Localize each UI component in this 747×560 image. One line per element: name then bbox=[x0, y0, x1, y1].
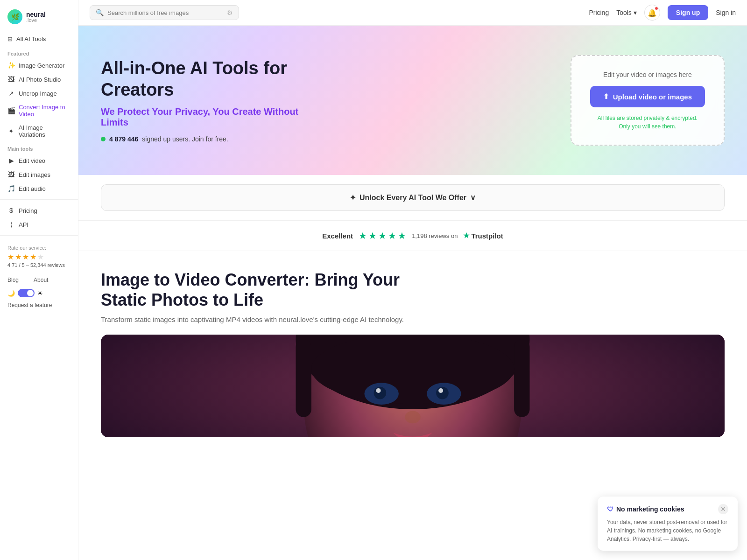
cookie-header: 🛡 No marketing cookies × bbox=[607, 504, 728, 514]
tp-star-5: ★ bbox=[398, 230, 406, 241]
sparkles-icon: ✦ bbox=[350, 193, 356, 202]
stars: ★ ★ ★ ★ ★ bbox=[7, 252, 70, 261]
sidebar-item-edit-video[interactable]: ▶ Edit video bbox=[0, 154, 78, 168]
upload-btn-label: Upload video or images bbox=[613, 93, 692, 101]
toggle-thumb bbox=[27, 290, 34, 296]
photo-icon: 🖼 bbox=[7, 76, 15, 83]
edit-audio-label: Edit audio bbox=[19, 185, 46, 192]
sidebar-item-pricing[interactable]: $ Pricing bbox=[0, 203, 78, 217]
reviews-text: 1,198 reviews on bbox=[412, 232, 458, 239]
content-section: Image to Video Converter: Bring Your Sta… bbox=[78, 251, 747, 456]
upload-secure-notice: All files are stored privately & encrypt… bbox=[598, 115, 698, 130]
tools-label: Tools bbox=[616, 9, 632, 16]
edit-video-label: Edit video bbox=[19, 157, 45, 164]
sidebar-item-api[interactable]: ⟩ API bbox=[0, 217, 78, 231]
image-edit-icon: 🖼 bbox=[7, 171, 15, 178]
sidebar-item-convert-image-to-video[interactable]: 🎬 Convert Image to Video bbox=[0, 100, 78, 121]
hero-content: All-in-One AI Tools for Creators We Prot… bbox=[101, 58, 325, 142]
signin-link[interactable]: Sign in bbox=[716, 9, 736, 16]
cookie-title-text: No marketing cookies bbox=[616, 505, 684, 513]
logo-icon: 🌿 bbox=[7, 9, 22, 24]
sparkle-icon: ✨ bbox=[7, 62, 15, 69]
svg-point-12 bbox=[405, 411, 420, 424]
online-dot bbox=[101, 137, 106, 141]
trustpilot-logo[interactable]: ★ Trustpilot bbox=[463, 231, 503, 240]
image-generator-label: Image Generator bbox=[19, 62, 64, 69]
unlock-label: Unlock Every AI Tool We Offer bbox=[359, 194, 466, 202]
secure-line1: All files are stored privately & encrypt… bbox=[598, 115, 698, 121]
audio-icon: 🎵 bbox=[7, 185, 15, 192]
svg-point-8 bbox=[374, 387, 387, 399]
about-link[interactable]: About bbox=[26, 274, 56, 286]
trustpilot-stars: ★ ★ ★ ★ ★ bbox=[359, 230, 406, 241]
upload-icon: ⬆ bbox=[603, 92, 609, 101]
toggle-switch[interactable] bbox=[18, 289, 35, 297]
uncrop-label: Uncrop Image bbox=[19, 90, 57, 97]
blog-link[interactable]: Blog bbox=[0, 274, 26, 286]
star-1: ★ bbox=[7, 252, 14, 261]
image-preview bbox=[101, 335, 725, 437]
excellent-label: Excellent bbox=[322, 232, 353, 240]
search-input[interactable] bbox=[107, 9, 223, 16]
notification-dot bbox=[655, 7, 658, 10]
pricing-link[interactable]: Pricing bbox=[589, 9, 609, 16]
request-feature-link[interactable]: Request a feature bbox=[0, 300, 78, 311]
filter-icon[interactable]: ⚙ bbox=[227, 9, 233, 16]
uncrop-icon: ↗ bbox=[7, 90, 15, 97]
pricing-label: Pricing bbox=[19, 207, 37, 214]
tp-star-4: ★ bbox=[388, 230, 396, 241]
tp-star-3: ★ bbox=[378, 230, 387, 241]
star-5: ★ bbox=[37, 252, 44, 261]
section-subtitle: Transform static images into captivating… bbox=[101, 315, 725, 323]
tp-star-2: ★ bbox=[368, 230, 377, 241]
svg-rect-4 bbox=[514, 339, 529, 417]
sidebar-item-image-variations[interactable]: ✦ AI Image Variations bbox=[0, 121, 78, 141]
svg-point-5 bbox=[311, 335, 514, 404]
unlock-button[interactable]: ✦ Unlock Every AI Tool We Offer ∨ bbox=[101, 184, 725, 211]
all-tools-label: All AI Tools bbox=[16, 35, 46, 42]
rate-section: Rate our service: ★ ★ ★ ★ ★ 4.71 / 5 – 5… bbox=[0, 239, 78, 273]
grid-icon: ⊞ bbox=[7, 35, 13, 42]
logo-text: neural .love bbox=[26, 11, 46, 23]
theme-toggle[interactable]: 🌙 ☀ bbox=[0, 287, 78, 300]
tp-star-1: ★ bbox=[359, 230, 367, 241]
logo[interactable]: 🌿 neural .love bbox=[0, 6, 78, 32]
sidebar-item-uncrop-image[interactable]: ↗ Uncrop Image bbox=[0, 86, 78, 100]
signup-button[interactable]: Sign up bbox=[668, 5, 708, 20]
sidebar-item-image-generator[interactable]: ✨ Image Generator bbox=[0, 58, 78, 72]
rate-label: Rate our service: bbox=[7, 245, 70, 251]
star-3: ★ bbox=[22, 252, 29, 261]
api-label: API bbox=[19, 221, 28, 228]
trustpilot-section: Excellent ★ ★ ★ ★ ★ 1,198 reviews on ★ T… bbox=[78, 220, 747, 251]
main-content: 🔍 ⚙ Pricing Tools ▾ 🔔 Sign up Sign in Al… bbox=[78, 0, 747, 560]
svg-point-10 bbox=[376, 388, 381, 393]
request-label: Request a feature bbox=[7, 302, 52, 308]
star-2: ★ bbox=[15, 252, 21, 261]
rate-score: 4.71 / 5 – 52,344 reviews bbox=[7, 262, 70, 268]
hero-section: All-in-One AI Tools for Creators We Prot… bbox=[78, 26, 747, 175]
cookie-close-button[interactable]: × bbox=[718, 504, 728, 514]
section-title: Image to Video Converter: Bring Your Sta… bbox=[101, 270, 428, 310]
unlock-section: ✦ Unlock Every AI Tool We Offer ∨ bbox=[78, 175, 747, 220]
play-icon: ▶ bbox=[7, 157, 15, 164]
search-bar[interactable]: 🔍 ⚙ bbox=[90, 5, 239, 20]
sidebar-item-all-tools[interactable]: ⊞ All AI Tools bbox=[0, 32, 78, 46]
cookie-text: Your data, never stored post-removal or … bbox=[607, 518, 728, 543]
notification-button[interactable]: 🔔 bbox=[644, 5, 660, 21]
tools-button[interactable]: Tools ▾ bbox=[616, 9, 637, 16]
svg-rect-3 bbox=[296, 339, 311, 417]
svg-point-11 bbox=[438, 388, 443, 393]
sun-icon: ☀ bbox=[37, 290, 43, 297]
sidebar-item-edit-audio[interactable]: 🎵 Edit audio bbox=[0, 182, 78, 196]
upload-button[interactable]: ⬆ Upload video or images bbox=[590, 86, 705, 107]
dollar-icon: $ bbox=[7, 207, 15, 214]
svg-point-9 bbox=[436, 387, 449, 399]
sidebar-item-edit-images[interactable]: 🖼 Edit images bbox=[0, 168, 78, 182]
star-4: ★ bbox=[30, 252, 36, 261]
featured-section-label: Featured bbox=[0, 46, 78, 58]
shield-icon: 🛡 bbox=[607, 505, 613, 513]
sidebar-item-ai-photo-studio[interactable]: 🖼 AI Photo Studio bbox=[0, 72, 78, 86]
api-icon: ⟩ bbox=[7, 221, 15, 228]
ai-photo-studio-label: AI Photo Studio bbox=[19, 76, 61, 83]
image-variations-label: AI Image Variations bbox=[19, 124, 70, 138]
